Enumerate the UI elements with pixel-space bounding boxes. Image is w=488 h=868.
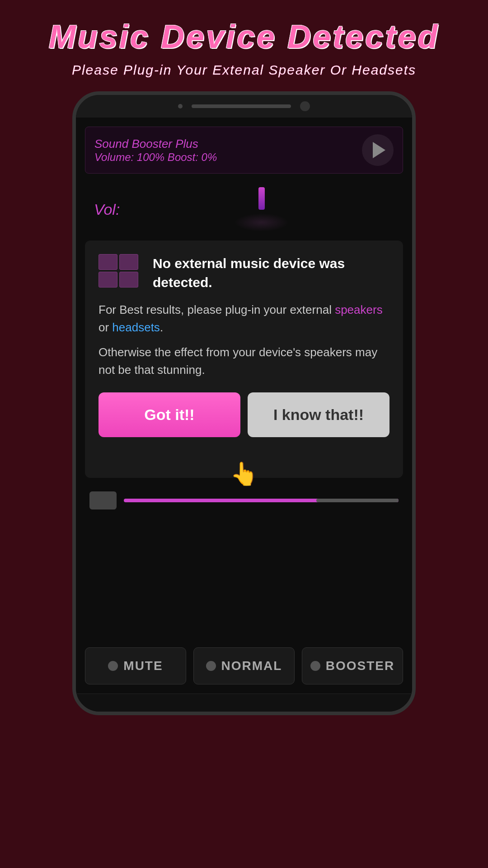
- headsets-link: headsets: [112, 321, 160, 334]
- play-button[interactable]: [362, 134, 394, 166]
- now-playing-title: Sound Booster Plus: [94, 137, 217, 151]
- phone-bottom-bar: [76, 693, 412, 712]
- vol-section: Vol:: [76, 178, 412, 236]
- dialog-title: No external music device wasdetected.: [153, 254, 345, 292]
- booster-dot: [310, 661, 320, 671]
- dialog-header: No external music device wasdetected.: [99, 254, 389, 292]
- speaker-col-2: [119, 254, 138, 290]
- phone-frame: Sound Booster Plus Volume: 100% Boost: 0…: [72, 91, 416, 715]
- speaker-box-1: [99, 254, 117, 270]
- i-know-button[interactable]: I know that!!: [248, 392, 389, 437]
- speaker-icon: [99, 254, 144, 290]
- phone-speaker-bar: [192, 104, 291, 108]
- booster-button[interactable]: BOOSTER: [302, 647, 403, 684]
- normal-dot: [206, 661, 216, 671]
- dialog-warning: Otherwise the effect from your device's …: [99, 344, 389, 379]
- slider-track[interactable]: [124, 499, 399, 502]
- page-title: Music Device Detected: [49, 18, 439, 55]
- vol-knob-area: [129, 187, 394, 231]
- slider-knob[interactable]: [89, 491, 117, 509]
- vol-indicator: [258, 187, 265, 210]
- play-icon: [373, 142, 385, 158]
- phone-top-bar: [76, 95, 412, 118]
- speaker-box-4: [119, 272, 138, 288]
- now-playing-stats: Volume: 100% Boost: 0%: [94, 151, 217, 164]
- booster-label: BOOSTER: [326, 659, 394, 673]
- normal-label: NORMAL: [221, 659, 282, 673]
- dialog-body: For Best results, please plug-in your ex…: [99, 301, 389, 336]
- dialog-body-prefix: For Best results, please plug-in your ex…: [99, 303, 335, 316]
- dialog-body-middle: or: [99, 321, 112, 334]
- speaker-box-2: [99, 272, 117, 288]
- dialog-box: No external music device wasdetected. Fo…: [85, 241, 403, 478]
- phone-dot-left: [178, 104, 183, 108]
- normal-button[interactable]: NORMAL: [193, 647, 295, 684]
- vol-label: Vol:: [94, 201, 120, 218]
- phone-camera: [300, 101, 310, 111]
- vol-knob-shadow: [235, 213, 289, 231]
- dialog-buttons: Got it!! I know that!!: [99, 392, 389, 437]
- speaker-col-1: [99, 254, 117, 290]
- dialog-body-suffix: .: [160, 321, 163, 334]
- speaker-box-3: [119, 254, 138, 270]
- mode-buttons: MUTE NORMAL BOOSTER: [76, 638, 412, 693]
- page-subtitle: Please Plug-in Your Extenal Speaker Or H…: [72, 62, 416, 78]
- volume-slider-section: [76, 482, 412, 519]
- now-playing-info: Sound Booster Plus Volume: 100% Boost: 0…: [94, 137, 217, 164]
- mute-label: MUTE: [123, 659, 163, 673]
- got-it-button[interactable]: Got it!!: [99, 392, 240, 437]
- speakers-link: speakers: [335, 303, 383, 316]
- mute-dot: [108, 661, 118, 671]
- now-playing-bar: Sound Booster Plus Volume: 100% Boost: 0…: [85, 127, 403, 174]
- cursor-hand: 👆: [230, 461, 258, 487]
- phone-content: Sound Booster Plus Volume: 100% Boost: 0…: [76, 118, 412, 693]
- mute-button[interactable]: MUTE: [85, 647, 186, 684]
- dialog-wrapper: Got it!! I know that!! 👆: [99, 392, 389, 464]
